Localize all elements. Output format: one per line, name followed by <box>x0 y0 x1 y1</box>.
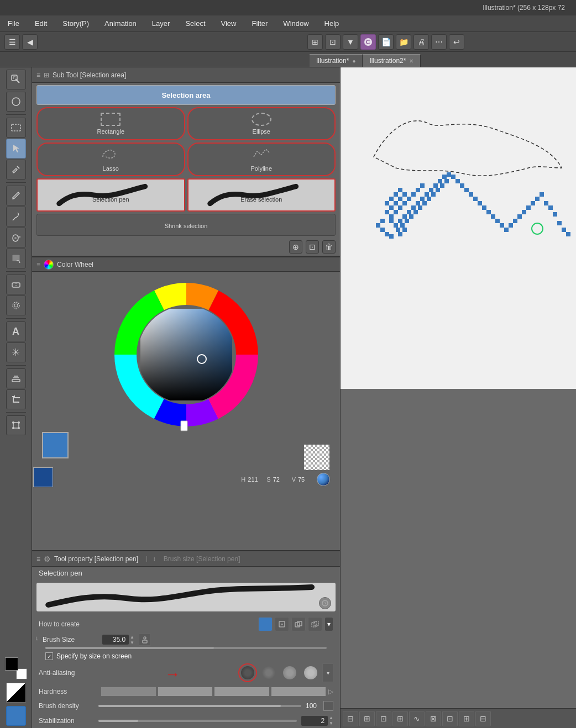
menu-file[interactable]: File <box>4 18 23 29</box>
create-icon-add[interactable] <box>258 617 273 631</box>
stab-down[interactable]: ▼ <box>329 721 333 726</box>
aa-option-3[interactable] <box>301 663 320 682</box>
icon-delete[interactable]: 🗑 <box>322 240 336 254</box>
toolbar-dropdown[interactable]: ▼ <box>343 34 358 50</box>
hardness-seg-1[interactable] <box>101 687 156 697</box>
toolbar-grid[interactable]: ⊞ <box>307 34 323 50</box>
tool-blur[interactable] <box>6 296 26 315</box>
icon-add[interactable]: ⊕ <box>289 240 302 254</box>
canvas-area[interactable]: ⊟ ⊞ ⊡ ⊞ ∿ ⊠ ⊡ ⊞ ⊟ <box>341 67 576 728</box>
toolbar-print[interactable]: 🖨 <box>413 34 429 50</box>
tool-shrink-selection[interactable]: Shrink selection <box>36 214 336 236</box>
tool-airbrush[interactable] <box>6 228 26 247</box>
aa-option-1[interactable] <box>259 663 278 682</box>
toolbar-open[interactable]: 📁 <box>396 34 411 50</box>
tool-move[interactable] <box>6 92 26 112</box>
menu-view[interactable]: View <box>218 18 240 29</box>
color-wheel[interactable] <box>109 277 264 432</box>
hardness-expand[interactable]: ▷ <box>328 688 333 695</box>
menu-select[interactable]: Select <box>182 18 208 29</box>
tool-erase-selection[interactable]: Erase selection <box>187 178 336 212</box>
menu-edit[interactable]: Edit <box>32 18 50 29</box>
tool-pen[interactable] <box>6 186 26 205</box>
tool-select-area[interactable] <box>6 118 26 138</box>
toolbar-undo[interactable]: ↩ <box>449 34 464 50</box>
menu-help[interactable]: Help <box>321 18 343 29</box>
tab-illustration-close[interactable]: ● <box>352 58 355 64</box>
tool-crop[interactable] <box>6 389 26 409</box>
toolbar-more[interactable]: ⋯ <box>431 34 447 50</box>
create-icon-dropdown[interactable]: ▾ <box>324 617 333 631</box>
hardness-segments[interactable] <box>101 687 326 697</box>
tool-starburst[interactable]: ✳ <box>6 342 26 362</box>
canvas-btn-6[interactable]: ⊠ <box>426 711 441 726</box>
toolbar-new[interactable]: 📄 <box>378 34 394 50</box>
density-checkbox[interactable] <box>323 701 333 711</box>
tab-illustration2-close[interactable]: ✕ <box>409 58 413 64</box>
canvas-btn-2[interactable]: ⊞ <box>359 711 375 726</box>
tool-lasso[interactable]: Lasso <box>36 143 185 176</box>
tool-rectangle[interactable]: Rectangle <box>36 107 185 140</box>
fg-color-swatch[interactable] <box>5 657 18 671</box>
spinner-up[interactable]: ▲ <box>130 635 134 640</box>
create-icon-exclude[interactable] <box>308 617 322 631</box>
spinner-down[interactable]: ▼ <box>130 640 134 645</box>
tab-illustration2[interactable]: Illustration2* ✕ <box>363 54 421 67</box>
hsv-color-circle[interactable] <box>317 473 330 486</box>
tool-color-bg[interactable] <box>6 706 26 726</box>
canvas-btn-7[interactable]: ⊡ <box>442 711 458 726</box>
tool-fill[interactable] <box>6 249 26 268</box>
canvas-btn-9[interactable]: ⊟ <box>475 711 491 726</box>
toolbar-arrow[interactable]: ◀ <box>22 34 38 50</box>
tool-brush[interactable] <box>6 207 26 226</box>
tool-zoom[interactable] <box>6 70 26 89</box>
canvas-btn-4[interactable]: ⊞ <box>392 711 408 726</box>
tool-transform[interactable] <box>6 415 26 435</box>
canvas-btn-1[interactable]: ⊟ <box>343 711 358 726</box>
stab-slider[interactable] <box>98 720 297 722</box>
stab-value[interactable]: 2 <box>301 716 328 726</box>
tool-selection-pen[interactable]: Selection pen <box>36 178 185 212</box>
selection-area-item[interactable]: Selection area <box>36 85 336 105</box>
spinner-arrows[interactable]: ▲ ▼ <box>130 635 134 645</box>
pen-settings-icon[interactable] <box>319 597 331 609</box>
tool-selection[interactable] <box>6 139 26 159</box>
aa-dropdown[interactable]: ▾ <box>322 663 333 682</box>
toolbar-hamburger[interactable]: ☰ <box>4 34 20 50</box>
canvas-btn-5[interactable]: ∿ <box>409 711 425 726</box>
specify-size-checkbox[interactable]: ✓ <box>45 652 53 660</box>
toolbar-camera[interactable]: ⊡ <box>325 34 341 50</box>
brush-density-slider[interactable] <box>98 705 301 707</box>
menu-story[interactable]: Story(P) <box>59 18 92 29</box>
aa-option-2[interactable] <box>280 663 299 682</box>
tool-text[interactable]: A <box>6 321 26 341</box>
transparent-swatch[interactable] <box>303 444 330 471</box>
hardness-seg-4[interactable] <box>271 687 327 697</box>
canvas-btn-3[interactable]: ⊡ <box>376 711 391 726</box>
menu-filter[interactable]: Filter <box>248 18 271 29</box>
brush-size-link[interactable] <box>139 634 151 646</box>
toolbar-logo[interactable]: C <box>360 34 376 50</box>
menu-window[interactable]: Window <box>280 18 312 29</box>
icon-copy[interactable]: ⊡ <box>306 240 319 254</box>
create-icon-intersect[interactable] <box>291 617 306 631</box>
stab-up[interactable]: ▲ <box>329 715 333 720</box>
menu-layer[interactable]: Layer <box>149 18 174 29</box>
tab-illustration[interactable]: Illustration* ● <box>310 54 363 67</box>
tool-eraser[interactable] <box>6 275 26 294</box>
brush-size-value[interactable]: 35.0 <box>102 635 129 645</box>
tool-eyedropper[interactable] <box>6 160 26 180</box>
ring-selector[interactable] <box>181 421 187 431</box>
stab-spinner-arrows[interactable]: ▲ ▼ <box>329 715 333 726</box>
main-color-swatch[interactable] <box>42 432 69 458</box>
aa-option-0[interactable] <box>238 663 257 682</box>
create-icon-subtract[interactable] <box>275 617 289 631</box>
tool-ellipse[interactable]: Ellipse <box>187 107 336 140</box>
hardness-seg-3[interactable] <box>214 687 270 697</box>
tool-polyline[interactable]: Polyline <box>187 143 336 176</box>
canvas-btn-8[interactable]: ⊞ <box>459 711 474 726</box>
color-reset[interactable] <box>6 683 26 703</box>
secondary-color-swatch[interactable] <box>33 467 53 487</box>
tool-layer[interactable] <box>6 368 26 388</box>
hardness-seg-2[interactable] <box>158 687 213 697</box>
